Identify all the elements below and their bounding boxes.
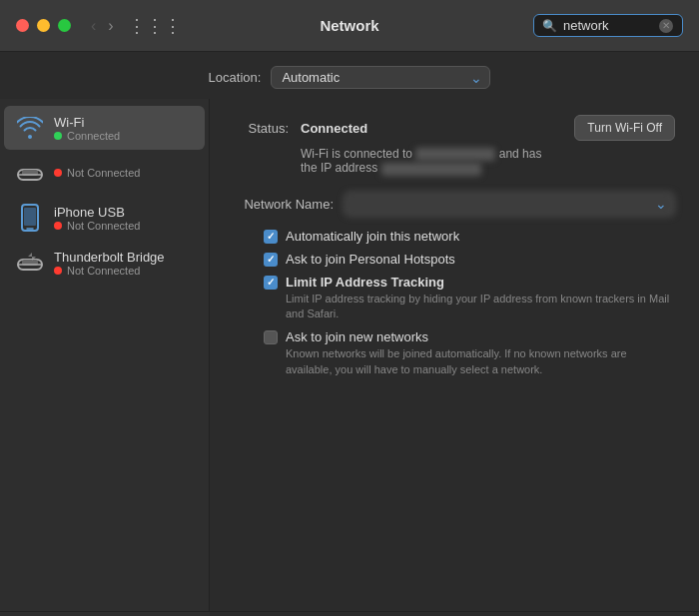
- thunderbolt-item-text: Thunderbolt Bridge Not Connected: [54, 250, 165, 277]
- blurred-ssid: [415, 148, 495, 161]
- wifi-off-button[interactable]: Turn Wi-Fi Off: [574, 115, 675, 141]
- forward-button[interactable]: ›: [104, 15, 117, 37]
- sidebar-bottom-area: + − ⚙ ▾: [0, 611, 210, 616]
- detail-panel: Status: Connected Turn Wi-Fi Off Wi-Fi i…: [210, 99, 699, 611]
- fullscreen-button[interactable]: [58, 19, 71, 32]
- wifi-item-text: Wi-Fi Connected: [54, 115, 120, 142]
- limit-tracking-label: Limit IP Address Tracking: [286, 275, 675, 290]
- ask-new-networks-label: Ask to join new networks: [286, 329, 675, 344]
- tunnel-icon: [16, 159, 44, 187]
- status-desc-text3: and has: [499, 147, 542, 161]
- ask-new-networks-sublabel: Known networks will be joined automatica…: [286, 346, 675, 377]
- thunderbolt-icon: [16, 249, 44, 277]
- tunnel-item-status: Not Connected: [54, 167, 140, 179]
- network-name-select-wrapper: ⌄: [344, 192, 675, 217]
- search-box[interactable]: 🔍 ✕: [533, 14, 683, 37]
- auto-join-checkbox[interactable]: ✓: [264, 230, 278, 244]
- auto-join-text: Automatically join this network: [286, 229, 459, 244]
- minimize-button[interactable]: [37, 19, 50, 32]
- personal-hotspot-check-icon: ✓: [267, 254, 275, 265]
- ask-new-networks-row: Ask to join new networks Known networks …: [264, 329, 675, 377]
- wifi-item-status: Connected: [54, 130, 120, 142]
- wifi-status-dot: [54, 132, 62, 140]
- iphone-usb-status-label: Not Connected: [67, 220, 140, 232]
- location-label: Location:: [209, 70, 262, 85]
- sidebar: Wi-Fi Connected: [0, 99, 210, 611]
- thunderbolt-item-status: Not Connected: [54, 265, 165, 277]
- network-name-row: Network Name: ⌄: [234, 192, 675, 217]
- iphone-usb-item-text: iPhone USB Not Connected: [54, 205, 140, 232]
- sidebar-list: Wi-Fi Connected: [0, 99, 209, 611]
- wifi-item-name: Wi-Fi: [54, 115, 120, 130]
- limit-tracking-checkbox[interactable]: ✓: [264, 276, 278, 290]
- sidebar-item-iphone-usb[interactable]: iPhone USB Not Connected: [4, 196, 205, 240]
- main-content: Wi-Fi Connected: [0, 99, 699, 611]
- titlebar: ‹ › ⋮⋮⋮ Network 🔍 ✕: [0, 0, 699, 52]
- thunderbolt-status-dot: [54, 267, 62, 275]
- network-name-select[interactable]: [344, 192, 675, 217]
- iphone-usb-item-status: Not Connected: [54, 220, 140, 232]
- detail-bottom-area: ✓ Show Wi-Fi status in menu bar Advanced…: [210, 611, 699, 616]
- personal-hotspot-checkbox[interactable]: ✓: [264, 253, 278, 267]
- traffic-lights: [16, 19, 71, 32]
- status-label: Status:: [234, 121, 289, 136]
- personal-hotspot-row: ✓ Ask to join Personal Hotspots: [264, 252, 675, 267]
- auto-join-row: ✓ Automatically join this network: [264, 229, 675, 244]
- back-button[interactable]: ‹: [87, 15, 100, 37]
- sidebar-item-tunnel[interactable]: Not Connected: [4, 151, 205, 195]
- limit-tracking-row: ✓ Limit IP Address Tracking Limit IP add…: [264, 275, 675, 322]
- tunnel-item-text: Not Connected: [54, 167, 140, 179]
- iphone-usb-status-dot: [54, 222, 62, 230]
- iphone-icon: [16, 204, 44, 232]
- checkboxes-section: ✓ Automatically join this network ✓ Ask …: [264, 229, 675, 378]
- personal-hotspot-text: Ask to join Personal Hotspots: [286, 252, 455, 267]
- status-description: Wi-Fi is connected to and has the IP add…: [301, 147, 675, 176]
- search-input[interactable]: [563, 18, 653, 33]
- tunnel-status-dot: [54, 169, 62, 177]
- location-bar: Location: Automatic ⌄: [0, 52, 699, 99]
- thunderbolt-status-label: Not Connected: [67, 265, 140, 277]
- nav-arrows: ‹ ›: [87, 15, 118, 37]
- sidebar-item-wifi[interactable]: Wi-Fi Connected: [4, 106, 205, 150]
- status-row: Status: Connected Turn Wi-Fi Off: [234, 115, 675, 141]
- network-name-label: Network Name:: [234, 197, 334, 212]
- svg-rect-5: [24, 208, 36, 226]
- wifi-status-label: Connected: [67, 130, 120, 142]
- close-button[interactable]: [16, 19, 29, 32]
- location-select-wrapper: Automatic ⌄: [271, 66, 490, 89]
- limit-tracking-sublabel: Limit IP address tracking by hiding your…: [286, 292, 675, 322]
- ask-new-networks-checkbox[interactable]: [264, 330, 278, 344]
- auto-join-check-icon: ✓: [267, 231, 275, 242]
- status-desc-text1: Wi-Fi is connected to: [301, 147, 412, 161]
- personal-hotspot-label: Ask to join Personal Hotspots: [286, 252, 455, 267]
- blurred-ip: [381, 163, 481, 176]
- ask-new-networks-text: Ask to join new networks Known networks …: [286, 329, 675, 377]
- status-desc-text2: the IP address: [301, 161, 377, 175]
- auto-join-label: Automatically join this network: [286, 229, 459, 244]
- iphone-usb-item-name: iPhone USB: [54, 205, 140, 220]
- thunderbolt-item-name: Thunderbolt Bridge: [54, 250, 165, 265]
- status-value: Connected: [301, 121, 367, 136]
- wifi-icon: [16, 114, 44, 142]
- tunnel-status-label: Not Connected: [67, 167, 140, 179]
- sidebar-item-thunderbolt[interactable]: Thunderbolt Bridge Not Connected: [4, 241, 205, 285]
- search-icon: 🔍: [542, 19, 557, 33]
- outer-bottom: + − ⚙ ▾ ✓ Show Wi-Fi status in menu bar …: [0, 611, 699, 616]
- window-title: Network: [320, 17, 378, 34]
- search-clear-button[interactable]: ✕: [659, 19, 673, 33]
- location-select[interactable]: Automatic: [271, 66, 490, 89]
- limit-tracking-text: Limit IP Address Tracking Limit IP addre…: [286, 275, 675, 322]
- limit-tracking-check-icon: ✓: [267, 277, 275, 288]
- apps-grid-icon[interactable]: ⋮⋮⋮: [128, 15, 182, 37]
